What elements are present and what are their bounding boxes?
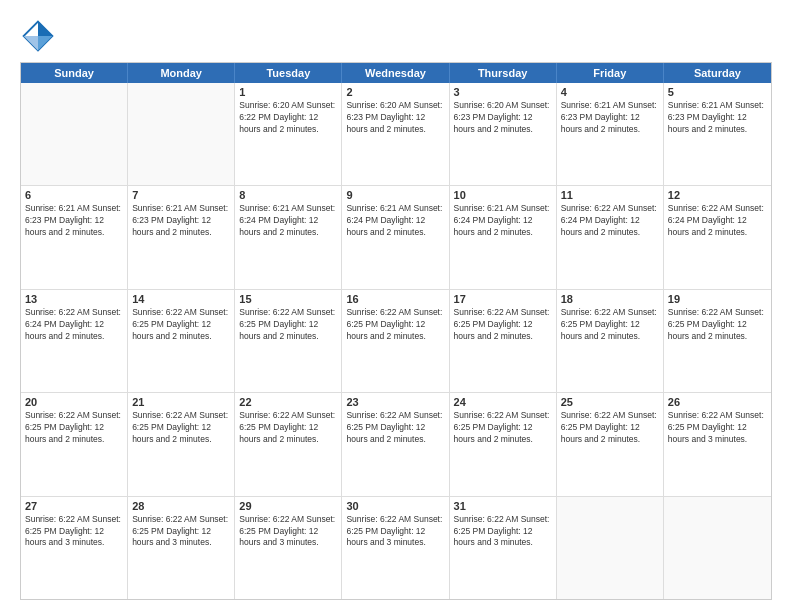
day-number: 10: [454, 189, 552, 201]
day-number: 15: [239, 293, 337, 305]
day-number: 16: [346, 293, 444, 305]
cell-text: Sunrise: 6:22 AM Sunset: 6:25 PM Dayligh…: [668, 307, 767, 343]
cell-text: Sunrise: 6:22 AM Sunset: 6:25 PM Dayligh…: [239, 307, 337, 343]
calendar-week: 27Sunrise: 6:22 AM Sunset: 6:25 PM Dayli…: [21, 497, 771, 599]
day-number: 3: [454, 86, 552, 98]
cell-text: Sunrise: 6:22 AM Sunset: 6:25 PM Dayligh…: [561, 410, 659, 446]
calendar-cell: 11Sunrise: 6:22 AM Sunset: 6:24 PM Dayli…: [557, 186, 664, 288]
day-number: 12: [668, 189, 767, 201]
calendar-cell: 10Sunrise: 6:21 AM Sunset: 6:24 PM Dayli…: [450, 186, 557, 288]
day-number: 7: [132, 189, 230, 201]
cell-text: Sunrise: 6:21 AM Sunset: 6:23 PM Dayligh…: [668, 100, 767, 136]
cell-text: Sunrise: 6:20 AM Sunset: 6:23 PM Dayligh…: [346, 100, 444, 136]
cell-text: Sunrise: 6:20 AM Sunset: 6:22 PM Dayligh…: [239, 100, 337, 136]
cell-text: Sunrise: 6:22 AM Sunset: 6:25 PM Dayligh…: [25, 410, 123, 446]
calendar-header-cell: Saturday: [664, 63, 771, 83]
day-number: 21: [132, 396, 230, 408]
calendar-cell: 20Sunrise: 6:22 AM Sunset: 6:25 PM Dayli…: [21, 393, 128, 495]
day-number: 5: [668, 86, 767, 98]
calendar-cell: [557, 497, 664, 599]
day-number: 14: [132, 293, 230, 305]
day-number: 20: [25, 396, 123, 408]
calendar-cell: 29Sunrise: 6:22 AM Sunset: 6:25 PM Dayli…: [235, 497, 342, 599]
calendar-cell: 9Sunrise: 6:21 AM Sunset: 6:24 PM Daylig…: [342, 186, 449, 288]
cell-text: Sunrise: 6:22 AM Sunset: 6:25 PM Dayligh…: [561, 307, 659, 343]
day-number: 24: [454, 396, 552, 408]
calendar-header-cell: Thursday: [450, 63, 557, 83]
cell-text: Sunrise: 6:22 AM Sunset: 6:25 PM Dayligh…: [132, 307, 230, 343]
calendar-cell: 19Sunrise: 6:22 AM Sunset: 6:25 PM Dayli…: [664, 290, 771, 392]
calendar-cell: 17Sunrise: 6:22 AM Sunset: 6:25 PM Dayli…: [450, 290, 557, 392]
calendar-cell: 21Sunrise: 6:22 AM Sunset: 6:25 PM Dayli…: [128, 393, 235, 495]
day-number: 22: [239, 396, 337, 408]
cell-text: Sunrise: 6:21 AM Sunset: 6:23 PM Dayligh…: [561, 100, 659, 136]
calendar-header-cell: Monday: [128, 63, 235, 83]
calendar-cell: 7Sunrise: 6:21 AM Sunset: 6:23 PM Daylig…: [128, 186, 235, 288]
logo-icon: [20, 18, 56, 54]
calendar-cell: 15Sunrise: 6:22 AM Sunset: 6:25 PM Dayli…: [235, 290, 342, 392]
calendar-cell: 13Sunrise: 6:22 AM Sunset: 6:24 PM Dayli…: [21, 290, 128, 392]
cell-text: Sunrise: 6:22 AM Sunset: 6:24 PM Dayligh…: [668, 203, 767, 239]
day-number: 9: [346, 189, 444, 201]
cell-text: Sunrise: 6:22 AM Sunset: 6:25 PM Dayligh…: [346, 514, 444, 550]
cell-text: Sunrise: 6:22 AM Sunset: 6:25 PM Dayligh…: [346, 307, 444, 343]
day-number: 11: [561, 189, 659, 201]
day-number: 8: [239, 189, 337, 201]
calendar-header-cell: Friday: [557, 63, 664, 83]
cell-text: Sunrise: 6:22 AM Sunset: 6:25 PM Dayligh…: [454, 514, 552, 550]
day-number: 29: [239, 500, 337, 512]
calendar-cell: 30Sunrise: 6:22 AM Sunset: 6:25 PM Dayli…: [342, 497, 449, 599]
calendar-cell: 12Sunrise: 6:22 AM Sunset: 6:24 PM Dayli…: [664, 186, 771, 288]
calendar-cell: 23Sunrise: 6:22 AM Sunset: 6:25 PM Dayli…: [342, 393, 449, 495]
cell-text: Sunrise: 6:22 AM Sunset: 6:25 PM Dayligh…: [239, 410, 337, 446]
cell-text: Sunrise: 6:22 AM Sunset: 6:25 PM Dayligh…: [454, 307, 552, 343]
day-number: 28: [132, 500, 230, 512]
calendar-header-cell: Wednesday: [342, 63, 449, 83]
calendar-week: 13Sunrise: 6:22 AM Sunset: 6:24 PM Dayli…: [21, 290, 771, 393]
day-number: 30: [346, 500, 444, 512]
cell-text: Sunrise: 6:22 AM Sunset: 6:25 PM Dayligh…: [25, 514, 123, 550]
calendar-cell: 24Sunrise: 6:22 AM Sunset: 6:25 PM Dayli…: [450, 393, 557, 495]
logo: [20, 18, 60, 54]
calendar-cell: 14Sunrise: 6:22 AM Sunset: 6:25 PM Dayli…: [128, 290, 235, 392]
calendar-cell: 8Sunrise: 6:21 AM Sunset: 6:24 PM Daylig…: [235, 186, 342, 288]
cell-text: Sunrise: 6:22 AM Sunset: 6:24 PM Dayligh…: [25, 307, 123, 343]
header: [20, 18, 772, 54]
calendar-cell: 26Sunrise: 6:22 AM Sunset: 6:25 PM Dayli…: [664, 393, 771, 495]
cell-text: Sunrise: 6:22 AM Sunset: 6:25 PM Dayligh…: [132, 514, 230, 550]
cell-text: Sunrise: 6:22 AM Sunset: 6:25 PM Dayligh…: [239, 514, 337, 550]
calendar-cell: 22Sunrise: 6:22 AM Sunset: 6:25 PM Dayli…: [235, 393, 342, 495]
calendar-cell: [664, 497, 771, 599]
calendar-cell: 28Sunrise: 6:22 AM Sunset: 6:25 PM Dayli…: [128, 497, 235, 599]
calendar-cell: [128, 83, 235, 185]
cell-text: Sunrise: 6:20 AM Sunset: 6:23 PM Dayligh…: [454, 100, 552, 136]
day-number: 26: [668, 396, 767, 408]
day-number: 13: [25, 293, 123, 305]
day-number: 1: [239, 86, 337, 98]
calendar-week: 6Sunrise: 6:21 AM Sunset: 6:23 PM Daylig…: [21, 186, 771, 289]
day-number: 23: [346, 396, 444, 408]
calendar-cell: 5Sunrise: 6:21 AM Sunset: 6:23 PM Daylig…: [664, 83, 771, 185]
cell-text: Sunrise: 6:22 AM Sunset: 6:25 PM Dayligh…: [668, 410, 767, 446]
cell-text: Sunrise: 6:22 AM Sunset: 6:25 PM Dayligh…: [454, 410, 552, 446]
calendar-cell: 4Sunrise: 6:21 AM Sunset: 6:23 PM Daylig…: [557, 83, 664, 185]
calendar-cell: 18Sunrise: 6:22 AM Sunset: 6:25 PM Dayli…: [557, 290, 664, 392]
day-number: 18: [561, 293, 659, 305]
cell-text: Sunrise: 6:21 AM Sunset: 6:24 PM Dayligh…: [454, 203, 552, 239]
calendar-week: 20Sunrise: 6:22 AM Sunset: 6:25 PM Dayli…: [21, 393, 771, 496]
day-number: 4: [561, 86, 659, 98]
cell-text: Sunrise: 6:22 AM Sunset: 6:25 PM Dayligh…: [346, 410, 444, 446]
calendar-body: 1Sunrise: 6:20 AM Sunset: 6:22 PM Daylig…: [21, 83, 771, 599]
cell-text: Sunrise: 6:22 AM Sunset: 6:25 PM Dayligh…: [132, 410, 230, 446]
cell-text: Sunrise: 6:21 AM Sunset: 6:23 PM Dayligh…: [132, 203, 230, 239]
calendar-cell: 25Sunrise: 6:22 AM Sunset: 6:25 PM Dayli…: [557, 393, 664, 495]
calendar-cell: 3Sunrise: 6:20 AM Sunset: 6:23 PM Daylig…: [450, 83, 557, 185]
cell-text: Sunrise: 6:21 AM Sunset: 6:24 PM Dayligh…: [346, 203, 444, 239]
day-number: 31: [454, 500, 552, 512]
cell-text: Sunrise: 6:21 AM Sunset: 6:23 PM Dayligh…: [25, 203, 123, 239]
calendar-header-cell: Sunday: [21, 63, 128, 83]
calendar-cell: 6Sunrise: 6:21 AM Sunset: 6:23 PM Daylig…: [21, 186, 128, 288]
day-number: 2: [346, 86, 444, 98]
calendar-cell: 16Sunrise: 6:22 AM Sunset: 6:25 PM Dayli…: [342, 290, 449, 392]
calendar-header-cell: Tuesday: [235, 63, 342, 83]
